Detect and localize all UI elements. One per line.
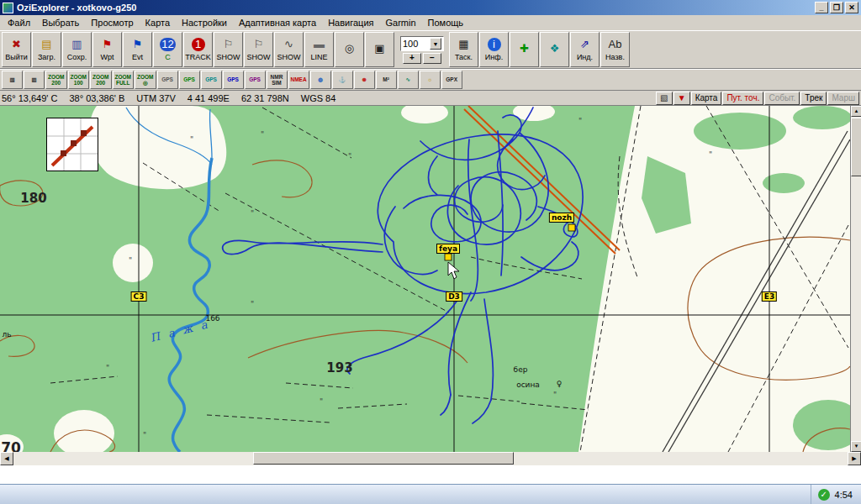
antivirus-tray-icon[interactable]: ✓ xyxy=(818,489,830,501)
menu-item[interactable]: Настройки xyxy=(176,16,233,29)
layer-toggle-button[interactable]: Событ. xyxy=(764,92,800,105)
toolbar-small-button[interactable]: ⊗ xyxy=(354,71,375,89)
toolbar-button-icon: 12 xyxy=(160,38,175,51)
toolbar-small-button[interactable]: ZOOM 200 xyxy=(45,71,67,89)
toolbar-button[interactable]: ⚑ Wpt xyxy=(92,32,122,67)
overview-inset-canvas xyxy=(47,118,98,171)
window-bottom-panel xyxy=(0,465,861,484)
chevron-down-icon[interactable]: ▼ xyxy=(430,38,441,50)
statusbar-icon-button[interactable]: ▧ xyxy=(656,92,673,105)
toolbar-button[interactable]: i Инф. xyxy=(479,32,509,67)
zoom-out-button[interactable]: − xyxy=(423,53,441,64)
toolbar-button[interactable]: ▥ Сохр. xyxy=(62,32,92,67)
toolbar-button-icon: ▣ xyxy=(372,42,386,55)
scroll-left-arrow[interactable]: ◀ xyxy=(0,452,13,465)
map-area: C3D3E3feyanozh18019370166П а ж аберосина… xyxy=(0,106,861,452)
toolbar-button-label: Wpt xyxy=(100,53,114,62)
toolbar-button[interactable]: Ab Назв. xyxy=(600,32,630,67)
toolbar-button[interactable]: ⚐ SHOW xyxy=(244,32,273,67)
toolbar-button[interactable]: ◎ xyxy=(335,32,364,67)
toolbar-button-label: SHOW xyxy=(277,53,301,62)
toolbar-small-button[interactable]: ▧ xyxy=(2,71,23,89)
toolbar-small-button[interactable]: ∿ xyxy=(398,71,419,89)
toolbar-small-button[interactable]: NMR SIM xyxy=(267,71,288,89)
menu-item[interactable]: Помощь xyxy=(422,16,470,29)
menu-item[interactable]: Адаптивная карта xyxy=(233,16,322,29)
minimize-button[interactable]: _ xyxy=(815,2,828,13)
toolbar-small-button[interactable]: ▨ xyxy=(24,71,45,89)
map-vertical-scrollbar[interactable]: ▲ ▼ xyxy=(850,106,861,452)
close-button[interactable]: ✕ xyxy=(845,2,858,13)
toolbar-button[interactable]: 12 C xyxy=(153,32,182,67)
layer-toggle-button[interactable]: Карта xyxy=(691,92,722,105)
toolbar-button[interactable]: ▤ Загр. xyxy=(32,32,61,67)
toolbar-button[interactable]: ▣ xyxy=(365,32,394,67)
toolbar-button[interactable]: ❖ xyxy=(540,32,569,67)
menu-bar: ФайлВыбратьПросмотрКартаНастройкиАдаптив… xyxy=(0,15,861,30)
menu-item[interactable]: Просмотр xyxy=(85,16,139,29)
menu-item[interactable]: Навигация xyxy=(322,16,379,29)
toolbar-button[interactable]: ▬ LINE xyxy=(304,32,334,67)
toolbar-small-button[interactable]: GPS xyxy=(245,71,266,89)
toolbar-small-button[interactable]: ☼ xyxy=(420,71,441,89)
horizontal-scroll-track[interactable] xyxy=(13,452,848,465)
toolbar-small-button[interactable]: NMEA xyxy=(288,71,309,89)
toolbar-small-button[interactable]: GPS xyxy=(201,71,222,89)
toolbar-small-button[interactable]: ZOOM ◎ xyxy=(135,71,156,89)
layer-toggle-button[interactable]: Пут. точ. xyxy=(722,92,763,105)
toolbar-button[interactable]: ⇗ Инд. xyxy=(570,32,600,67)
toolbar-small-button[interactable]: GPX xyxy=(441,71,462,89)
toolbar-button-icon: ∿ xyxy=(283,38,296,51)
toolbar-small-button[interactable]: GPS xyxy=(223,71,244,89)
toolbar-button-icon: ⇗ xyxy=(578,38,592,51)
toolbar-small-button[interactable]: ZOOM FULL xyxy=(113,71,135,89)
layer-toggle-button[interactable]: Трек xyxy=(800,92,827,105)
toolbar-button[interactable]: ✖ Выйти xyxy=(2,32,31,67)
toolbar-button[interactable]: ∿ SHOW xyxy=(274,32,304,67)
toolbar-button[interactable]: 1 TRACK xyxy=(183,32,213,67)
coordinate-bar: 56° 13,649' С 38° 03,386' В UTM 37V 4 41… xyxy=(0,91,861,106)
toolbar-button-label: Загр. xyxy=(38,53,55,62)
toolbar-button-label: SHOW xyxy=(247,53,271,62)
toolbar-small-button[interactable]: GPS xyxy=(157,71,178,89)
toolbar-button[interactable]: ✚ xyxy=(510,32,539,67)
toolbar-button-label: TRACK xyxy=(185,53,211,62)
overview-inset[interactable] xyxy=(46,118,98,171)
maximize-button[interactable]: ❐ xyxy=(830,2,843,13)
toolbar-button[interactable]: ⚐ SHOW xyxy=(214,32,243,67)
toolbar-button-label: C xyxy=(165,53,171,62)
toolbar-button-icon: ⚑ xyxy=(101,38,114,51)
taskbar-clock[interactable]: 4:54 xyxy=(835,490,853,500)
map-horizontal-scrollbar[interactable]: ◀ ▶ xyxy=(0,452,861,465)
toolbar-button[interactable]: ▦ Таск. xyxy=(449,32,478,67)
menu-item[interactable]: Garmin xyxy=(379,16,421,29)
menu-item[interactable]: Файл xyxy=(2,16,36,29)
menu-item[interactable]: Выбрать xyxy=(36,16,85,29)
toolbar-button[interactable]: ⚑ Evt xyxy=(123,32,152,67)
latitude-readout: 56° 13,649' С xyxy=(2,93,57,103)
layer-toggle-button[interactable]: Марш xyxy=(827,92,859,105)
main-toolbar: ✖ Выйти ▤ Загр. ▥ Сохр. ⚑ Wpt xyxy=(0,30,861,69)
zoom-in-button[interactable]: + xyxy=(403,53,421,64)
toolbar-button-icon: ▤ xyxy=(40,38,53,51)
app-window: OziExplorer - xotkovo-g250 _ ❐ ✕ ФайлВыб… xyxy=(0,0,861,504)
toolbar-small-button[interactable]: ◍ xyxy=(310,71,331,89)
toolbar-small-button[interactable]: ZOOM 100 xyxy=(68,71,90,89)
menu-item[interactable]: Карта xyxy=(140,16,176,29)
toolbar-small-button[interactable]: ⚓ xyxy=(332,71,353,89)
map-canvas[interactable] xyxy=(0,106,850,452)
toolbar-small-button[interactable]: M² xyxy=(376,71,397,89)
taskbar[interactable]: ✓ 4:54 xyxy=(0,484,861,504)
toolbar-button-label: Назв. xyxy=(605,53,625,62)
toolbar-small-button[interactable]: ZOOM 200 xyxy=(90,71,112,89)
horizontal-scroll-thumb[interactable] xyxy=(253,452,514,465)
scroll-up-arrow[interactable]: ▲ xyxy=(851,106,861,117)
scroll-right-arrow[interactable]: ▶ xyxy=(848,452,861,465)
scroll-down-arrow[interactable]: ▼ xyxy=(851,441,861,452)
statusbar-icon-button[interactable]: ▼ xyxy=(673,92,690,105)
zoom-level-dropdown[interactable]: 100 ▼ xyxy=(400,36,444,51)
vertical-scroll-thumb[interactable] xyxy=(851,118,861,176)
title-bar[interactable]: OziExplorer - xotkovo-g250 _ ❐ ✕ xyxy=(0,0,861,15)
easting-readout: 4 41 499E xyxy=(188,93,230,103)
toolbar-small-button[interactable]: GPS xyxy=(179,71,200,89)
